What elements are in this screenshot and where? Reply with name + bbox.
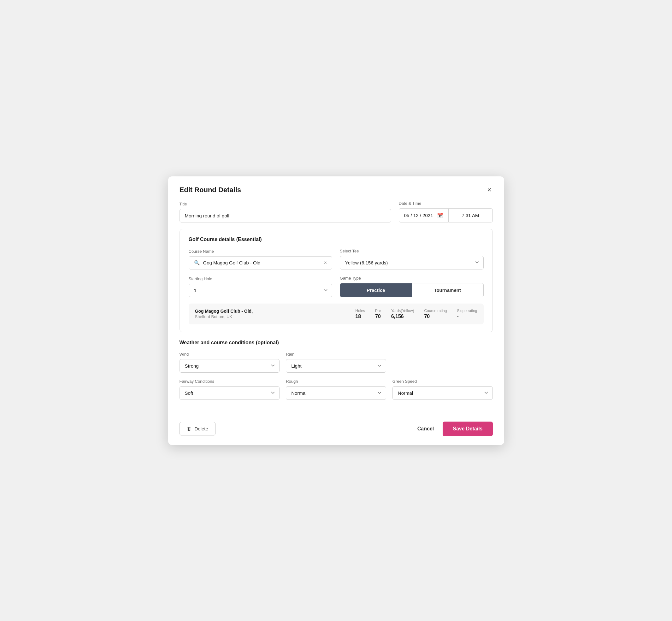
green-speed-label: Green Speed	[392, 379, 493, 384]
game-type-toggle: Practice Tournament	[340, 283, 484, 297]
yards-label: Yards(Yellow)	[391, 308, 414, 313]
golf-course-title: Golf Course details (Essential)	[189, 237, 484, 242]
green-speed-field: Green Speed Slow Normal Fast	[392, 379, 493, 400]
green-speed-dropdown[interactable]: Slow Normal Fast	[392, 386, 493, 400]
course-tee-row: Course Name 🔍 Gog Magog Golf Club - Old …	[189, 249, 484, 270]
holes-label: Holes	[355, 308, 365, 313]
date-time-row: 05 / 12 / 2021 📅 7:31 AM	[399, 208, 493, 222]
trash-icon: 🗑	[187, 426, 192, 431]
course-info-location: Shelford Bottom, UK	[195, 314, 345, 319]
rain-wrapper: None Light Moderate Heavy	[286, 359, 386, 373]
holes-value: 18	[355, 314, 361, 319]
rough-field: Rough Short Normal Long	[286, 379, 386, 400]
rough-label: Rough	[286, 379, 386, 384]
datetime-field-group: Date & Time 05 / 12 / 2021 📅 7:31 AM	[399, 201, 493, 222]
course-info-name-text: Gog Magog Golf Club - Old,	[195, 308, 345, 314]
delete-label: Delete	[195, 426, 208, 431]
green-speed-wrapper: Slow Normal Fast	[392, 386, 493, 400]
wind-field: Wind None Light Moderate Strong	[179, 352, 280, 373]
date-box[interactable]: 05 / 12 / 2021 📅	[399, 208, 449, 222]
modal-title: Edit Round Details	[179, 186, 241, 194]
weather-title: Weather and course conditions (optional)	[179, 340, 493, 345]
calendar-icon: 📅	[437, 212, 443, 218]
yards-stat: Yards(Yellow) 6,156	[391, 308, 414, 319]
slope-rating-stat: Slope rating -	[457, 308, 477, 319]
course-name-group: Course Name 🔍 Gog Magog Golf Club - Old …	[189, 249, 333, 270]
course-search-box[interactable]: 🔍 Gog Magog Golf Club - Old ×	[189, 256, 333, 270]
title-label: Title	[179, 202, 391, 206]
fairway-wrapper: Soft Normal Hard	[179, 386, 280, 400]
weather-section: Weather and course conditions (optional)…	[179, 340, 493, 400]
course-name-label: Course Name	[189, 249, 333, 254]
datetime-label: Date & Time	[399, 201, 493, 206]
slope-rating-value: -	[457, 314, 458, 319]
course-rating-stat: Course rating 70	[424, 308, 447, 319]
title-field-group: Title	[179, 202, 391, 222]
fairway-rough-green-row: Fairway Conditions Soft Normal Hard Roug…	[179, 379, 493, 400]
save-button[interactable]: Save Details	[443, 422, 493, 436]
title-input[interactable]	[179, 209, 391, 222]
select-tee-wrapper: Yellow (6,156 yards) Red White Blue	[340, 256, 484, 270]
game-type-group: Game Type Practice Tournament	[340, 276, 484, 297]
course-name-text: Gog Magog Golf Club - Old	[203, 260, 321, 265]
search-icon: 🔍	[194, 260, 200, 266]
wind-dropdown[interactable]: None Light Moderate Strong	[179, 359, 280, 373]
course-rating-label: Course rating	[424, 308, 447, 313]
select-tee-group: Select Tee Yellow (6,156 yards) Red Whit…	[340, 249, 484, 270]
select-tee-label: Select Tee	[340, 249, 484, 253]
starting-hole-wrapper: 1 2 10	[189, 284, 333, 297]
close-button[interactable]: ×	[486, 185, 493, 195]
clear-course-button[interactable]: ×	[324, 260, 327, 266]
wind-rain-row: Wind None Light Moderate Strong Rain	[179, 352, 493, 373]
starting-hole-dropdown[interactable]: 1 2 10	[189, 284, 333, 297]
rain-label: Rain	[286, 352, 386, 357]
time-value: 7:31 AM	[462, 213, 479, 218]
slope-rating-label: Slope rating	[457, 308, 477, 313]
course-info-name: Gog Magog Golf Club - Old, Shelford Bott…	[195, 308, 345, 319]
fairway-label: Fairway Conditions	[179, 379, 280, 384]
time-box[interactable]: 7:31 AM	[449, 208, 493, 222]
footer-right: Cancel Save Details	[417, 422, 493, 436]
yards-value: 6,156	[391, 314, 404, 319]
date-value: 05 / 12 / 2021	[404, 213, 433, 218]
tournament-toggle-btn[interactable]: Tournament	[412, 283, 483, 297]
par-value: 70	[375, 314, 381, 319]
par-label: Par	[375, 308, 381, 313]
course-info-bar: Gog Magog Golf Club - Old, Shelford Bott…	[189, 303, 484, 324]
wind-wrapper: None Light Moderate Strong	[179, 359, 280, 373]
delete-button[interactable]: 🗑 Delete	[179, 422, 215, 436]
game-type-label: Game Type	[340, 276, 484, 281]
cancel-button[interactable]: Cancel	[417, 426, 434, 432]
hole-gametype-row: Starting Hole 1 2 10 Game Type Practice …	[189, 276, 484, 297]
fairway-dropdown[interactable]: Soft Normal Hard	[179, 386, 280, 400]
modal-footer: 🗑 Delete Cancel Save Details	[168, 415, 504, 445]
rough-wrapper: Short Normal Long	[286, 386, 386, 400]
fairway-field: Fairway Conditions Soft Normal Hard	[179, 379, 280, 400]
rain-dropdown[interactable]: None Light Moderate Heavy	[286, 359, 386, 373]
edit-round-modal: Edit Round Details × Title Date & Time 0…	[168, 176, 504, 445]
title-date-row: Title Date & Time 05 / 12 / 2021 📅 7:31 …	[179, 201, 493, 222]
practice-toggle-btn[interactable]: Practice	[340, 283, 412, 297]
rough-dropdown[interactable]: Short Normal Long	[286, 386, 386, 400]
select-tee-dropdown[interactable]: Yellow (6,156 yards) Red White Blue	[340, 256, 484, 270]
modal-header: Edit Round Details ×	[168, 176, 504, 201]
par-stat: Par 70	[375, 308, 381, 319]
rain-field: Rain None Light Moderate Heavy	[286, 352, 386, 373]
holes-stat: Holes 18	[355, 308, 365, 319]
wind-label: Wind	[179, 352, 280, 357]
starting-hole-label: Starting Hole	[189, 277, 333, 281]
starting-hole-group: Starting Hole 1 2 10	[189, 277, 333, 297]
modal-body: Title Date & Time 05 / 12 / 2021 📅 7:31 …	[168, 201, 504, 415]
course-rating-value: 70	[424, 314, 430, 319]
golf-course-section: Golf Course details (Essential) Course N…	[179, 229, 493, 332]
